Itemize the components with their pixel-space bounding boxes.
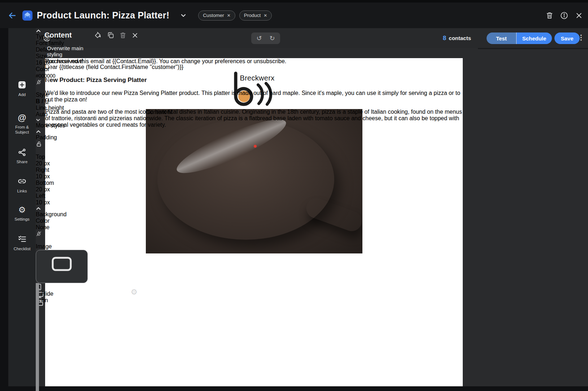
sidebar-item-checklist[interactable]: Checklist xyxy=(8,235,36,251)
padding-top-label: Top xyxy=(36,154,45,160)
more-styles-button[interactable]: More styles xyxy=(36,118,88,129)
at-sign-icon: @ xyxy=(18,113,26,122)
bold-button[interactable]: B xyxy=(36,98,40,104)
background-color-value: None xyxy=(36,224,49,230)
sidebar-item-label: Checklist xyxy=(14,246,31,251)
image-placeholder-icon xyxy=(51,256,72,271)
no-color-icon[interactable] xyxy=(36,231,86,237)
font-color-value: #000000 xyxy=(36,73,56,79)
sidebar-item-settings[interactable]: ⚙ Settings xyxy=(8,206,36,222)
delete-campaign-button[interactable] xyxy=(544,10,555,21)
email-canvas: Breckwerx Content xyxy=(36,48,478,386)
left-sidebar: Add @ From & Subject Share Links ⚙ Setti… xyxy=(8,28,36,386)
background-section-header[interactable]: Background xyxy=(36,206,88,218)
italic-button[interactable]: I xyxy=(42,98,43,104)
padding-section-header[interactable]: Padding xyxy=(36,129,88,154)
background-image-label: Image xyxy=(36,243,52,249)
delete-block-icon[interactable] xyxy=(119,32,126,39)
contacts-count[interactable]: 8 contacts xyxy=(433,28,471,48)
paragraph-2: Pizza and pasta are two of the most icon… xyxy=(45,109,463,128)
info-icon[interactable] xyxy=(559,10,570,21)
kebab-menu-icon[interactable]: ⋮ xyxy=(576,33,587,42)
padding-right-label: Right xyxy=(36,167,49,173)
header-bar: Product Launch: Pizza Platter! Customer … xyxy=(0,3,588,28)
padding-top-row: Top 20 px xyxy=(36,154,88,167)
duplicate-block-icon[interactable] xyxy=(107,32,114,39)
gear-icon: ⚙ xyxy=(18,206,26,214)
chevron-up-icon xyxy=(36,129,41,134)
close-icon[interactable] xyxy=(574,10,584,21)
px-unit: px xyxy=(44,60,50,66)
sidebar-item-share[interactable]: Share xyxy=(8,148,36,164)
email-document[interactable]: Breckwerx Content xyxy=(45,58,463,386)
link-icon xyxy=(17,177,27,186)
tag-customer[interactable]: Customer ✕ xyxy=(198,10,235,21)
font-style-row: Style B I U xyxy=(36,92,88,105)
chevron-down-icon xyxy=(36,118,40,122)
close-panel-icon[interactable] xyxy=(132,32,138,39)
font-color-row: Color #000000 xyxy=(36,66,88,92)
undo-button[interactable]: ↺ xyxy=(253,34,265,42)
sidebar-item-from-subject[interactable]: @ From & Subject xyxy=(8,113,36,135)
app-mail-logo-icon xyxy=(22,10,33,21)
text-block[interactable]: Dear {{titlecase (field Contact.FirstNam… xyxy=(45,58,463,134)
chevron-up-icon xyxy=(36,28,41,34)
back-arrow-button[interactable] xyxy=(7,10,18,21)
board-handle xyxy=(304,195,362,234)
sidebar-item-links[interactable]: Links xyxy=(8,177,36,194)
padding-right-input[interactable]: 10 px xyxy=(36,173,88,180)
padding-left-input[interactable]: 10 px xyxy=(36,199,88,206)
sidebar-item-label: Settings xyxy=(14,217,30,222)
chevron-down-icon[interactable] xyxy=(178,10,189,21)
unlock-icon[interactable] xyxy=(36,141,88,147)
share-icon xyxy=(18,148,26,157)
padding-bottom-input[interactable]: 20 px xyxy=(36,186,88,193)
tag-close-icon[interactable]: ✕ xyxy=(227,13,231,18)
panel-scrollbar[interactable] xyxy=(36,283,39,391)
sidebar-item-label: Add xyxy=(18,92,26,97)
padding-top-input[interactable]: 20 px xyxy=(36,160,88,167)
unsubscribe-link[interactable]: unsubscribe xyxy=(254,58,285,64)
sidebar-item-add[interactable]: Add xyxy=(8,80,36,97)
tag-label: Customer xyxy=(203,13,224,18)
font-color-input[interactable]: #000000 xyxy=(36,73,88,92)
background-image-row: Image xyxy=(36,243,88,283)
font-size-input[interactable]: 16 px xyxy=(36,60,88,66)
padding-bottom-row: Bottom 20 px xyxy=(36,180,88,193)
padding-right-row: Right 10 px xyxy=(36,167,88,180)
test-schedule-group: Test Schedule xyxy=(487,32,552,44)
background-color-row: Color None xyxy=(36,218,88,243)
panel-scrollbar-thumb[interactable] xyxy=(36,283,39,391)
pizza-board xyxy=(157,119,334,240)
main-area: ↺ ↻ 8 contacts Test Schedule Save ⋮ Brec… xyxy=(36,28,588,386)
email-heading: New Product: Pizza Serving Platter xyxy=(45,77,463,84)
add-icon xyxy=(17,80,27,90)
line-height-value: Auto xyxy=(36,111,48,117)
no-color-icon[interactable] xyxy=(36,79,86,85)
line-height-select[interactable]: Auto xyxy=(36,111,88,118)
tag-label: Product xyxy=(244,13,261,18)
fill-bucket-icon[interactable] xyxy=(94,31,102,39)
underline-button[interactable]: U xyxy=(45,98,49,104)
image-upload-box[interactable] xyxy=(36,250,88,283)
font-style-label: Style xyxy=(36,92,49,98)
schedule-button[interactable]: Schedule xyxy=(517,32,552,44)
background-color-label: Color xyxy=(36,218,49,224)
sidebar-item-label: From & Subject xyxy=(11,125,33,135)
tag-product[interactable]: Product ✕ xyxy=(239,10,272,21)
greeting-line: Dear {{titlecase (field Contact.FirstNam… xyxy=(45,64,463,70)
style-button-group: B I U xyxy=(36,98,88,105)
test-button[interactable]: Test xyxy=(487,32,517,44)
tag-close-icon[interactable]: ✕ xyxy=(263,13,267,18)
window-top-strip xyxy=(0,0,588,3)
redo-button[interactable]: ↻ xyxy=(266,34,278,42)
preferences-link[interactable]: change your preferences xyxy=(181,58,245,64)
line-height-row: Line height Auto xyxy=(36,105,88,118)
overwrite-styling-label: Overwrite main styling xyxy=(47,45,88,57)
line-height-label: Line height xyxy=(36,105,64,111)
background-color-input[interactable]: None xyxy=(36,224,88,243)
undo-redo-group: ↺ ↻ xyxy=(251,32,280,44)
advanced-settings-gear-icon[interactable]: ⚙ xyxy=(131,288,138,296)
checklist-icon xyxy=(18,235,27,244)
padding-left-row: Left 10 px xyxy=(36,193,88,206)
